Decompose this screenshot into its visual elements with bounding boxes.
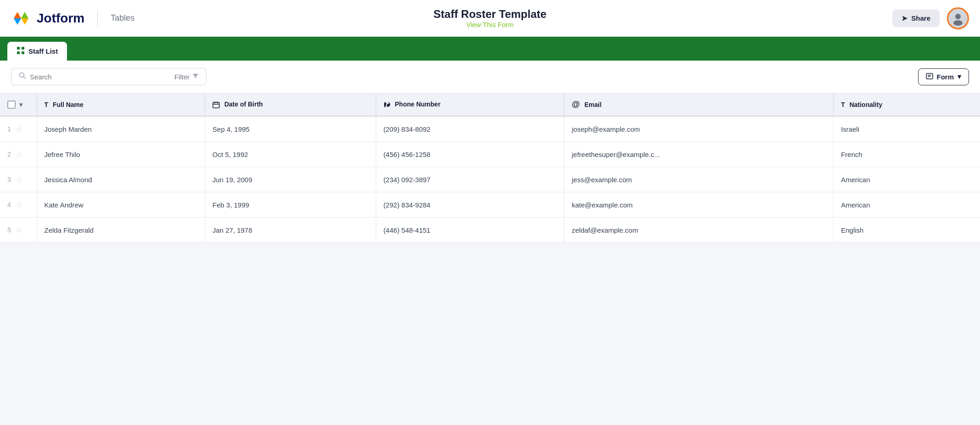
full-name-cell: Zelda Fitzgerald (37, 218, 205, 243)
jotform-logo-icon (11, 8, 31, 28)
nationality-cell: American (833, 167, 980, 192)
dob-cell: Jan 27, 1978 (205, 218, 376, 243)
search-input[interactable] (30, 73, 160, 81)
row-number: 4 (7, 201, 11, 208)
filter-icon (192, 73, 199, 81)
avatar[interactable] (947, 7, 969, 29)
email-cell: kate@example.com (564, 192, 834, 218)
grid-icon (17, 46, 25, 56)
row-number: 3 (7, 176, 11, 183)
logo-area: Jotform Tables (11, 8, 134, 28)
nationality-cell: English (833, 218, 980, 243)
header-right: ➤ Share (892, 7, 969, 29)
dob-calendar-icon (212, 101, 222, 108)
email-cell: zeldaf@example.com (564, 218, 834, 243)
table-container: ▾ T Full Name (0, 93, 980, 243)
table-row: 4 ☆ Kate Andrew Feb 3, 1999 (292) 834-92… (0, 192, 980, 218)
th-nationality: T Nationality (833, 93, 980, 116)
email-cell: jess@example.com (564, 167, 834, 192)
full-name-cell: Kate Andrew (37, 192, 205, 218)
row-number: 5 (7, 226, 11, 234)
form-label: Form (937, 73, 954, 81)
staff-list-tab[interactable]: Staff List (7, 42, 67, 61)
staff-table: ▾ T Full Name (0, 93, 980, 243)
th-dob: Date of Birth (205, 93, 376, 116)
phone-cell: (234) 092-3897 (376, 167, 564, 192)
row-number: 2 (7, 151, 11, 158)
email-cell: joseph@example.com (564, 116, 834, 142)
th-email: @ Email (564, 93, 834, 116)
avatar-icon (951, 11, 965, 26)
search-filter-group: Filter (11, 68, 206, 85)
star-icon[interactable]: ☆ (16, 200, 23, 210)
dob-cell: Sep 4, 1995 (205, 116, 376, 142)
svg-point-5 (955, 14, 961, 19)
row-meta-cell: 4 ☆ (0, 192, 37, 218)
select-all-chevron[interactable]: ▾ (19, 101, 22, 108)
th-dob-label: Date of Birth (224, 101, 263, 108)
staff-list-label: Staff List (28, 47, 58, 55)
table-row: 2 ☆ Jefree Thilo Oct 5, 1992 (456) 456-1… (0, 142, 980, 167)
phone-cell: (446) 548-4151 (376, 218, 564, 243)
header-divider (97, 10, 98, 27)
phone-cell: (292) 834-9284 (376, 192, 564, 218)
header: Jotform Tables Staff Roster Template Vie… (0, 0, 980, 37)
th-phone: Phone Number (376, 93, 564, 116)
table-row: 5 ☆ Zelda Fitzgerald Jan 27, 1978 (446) … (0, 218, 980, 243)
svg-rect-9 (17, 51, 20, 54)
filter-label: Filter (174, 73, 189, 81)
page-title: Staff Roster Template (434, 8, 546, 20)
form-button[interactable]: Form ▾ (918, 68, 969, 85)
phone-cell: (209) 834-8092 (376, 116, 564, 142)
star-icon[interactable]: ☆ (16, 124, 23, 134)
tables-label: Tables (111, 13, 134, 23)
row-meta-cell: 2 ☆ (0, 142, 37, 167)
phone-icon (384, 101, 392, 108)
star-icon[interactable]: ☆ (16, 149, 23, 159)
toolbar-right: Form ▾ (918, 68, 969, 85)
row-meta-cell: 1 ☆ (0, 116, 37, 142)
svg-rect-7 (17, 47, 20, 50)
full-name-cell: Joseph Marden (37, 116, 205, 142)
th-phone-label: Phone Number (395, 101, 441, 108)
th-email-label: Email (585, 101, 601, 108)
row-number: 1 (7, 125, 11, 133)
nationality-cell: American (833, 192, 980, 218)
svg-rect-10 (22, 51, 24, 54)
row-meta-cell: 5 ☆ (0, 218, 37, 243)
table-row: 1 ☆ Joseph Marden Sep 4, 1995 (209) 834-… (0, 116, 980, 142)
view-form-link[interactable]: View This Form (434, 21, 546, 28)
header-center: Staff Roster Template View This Form (434, 8, 546, 28)
phone-cell: (456) 456-1258 (376, 142, 564, 167)
table-body: 1 ☆ Joseph Marden Sep 4, 1995 (209) 834-… (0, 116, 980, 243)
chevron-down-icon: ▾ (958, 73, 961, 81)
th-checkbox: ▾ (0, 93, 37, 116)
share-icon: ➤ (902, 14, 908, 22)
star-icon[interactable]: ☆ (16, 225, 23, 235)
full-name-type-icon: T (45, 101, 49, 108)
table-row: 3 ☆ Jessica Almond Jun 19, 2009 (234) 09… (0, 167, 980, 192)
toolbar: Filter Form ▾ (0, 61, 980, 93)
nationality-cell: French (833, 142, 980, 167)
filter-button[interactable]: Filter (167, 68, 206, 85)
svg-rect-13 (926, 73, 933, 79)
svg-rect-16 (213, 102, 219, 108)
select-all-checkbox[interactable] (7, 101, 16, 109)
email-cell: jefreethesuper@example.c... (564, 142, 834, 167)
email-at-icon: @ (572, 100, 580, 109)
share-button[interactable]: ➤ Share (892, 10, 940, 27)
search-box (11, 68, 167, 85)
form-icon (926, 73, 933, 81)
full-name-cell: Jessica Almond (37, 167, 205, 192)
th-full-name-label: Full Name (53, 101, 84, 108)
full-name-cell: Jefree Thilo (37, 142, 205, 167)
svg-rect-8 (22, 47, 24, 50)
svg-line-12 (24, 77, 26, 79)
table-header-row: ▾ T Full Name (0, 93, 980, 116)
tab-bar: Staff List (0, 37, 980, 61)
dob-cell: Jun 19, 2009 (205, 167, 376, 192)
search-icon (19, 72, 26, 81)
svg-point-6 (953, 20, 963, 26)
star-icon[interactable]: ☆ (16, 174, 23, 185)
th-nationality-label: Nationality (849, 101, 882, 108)
